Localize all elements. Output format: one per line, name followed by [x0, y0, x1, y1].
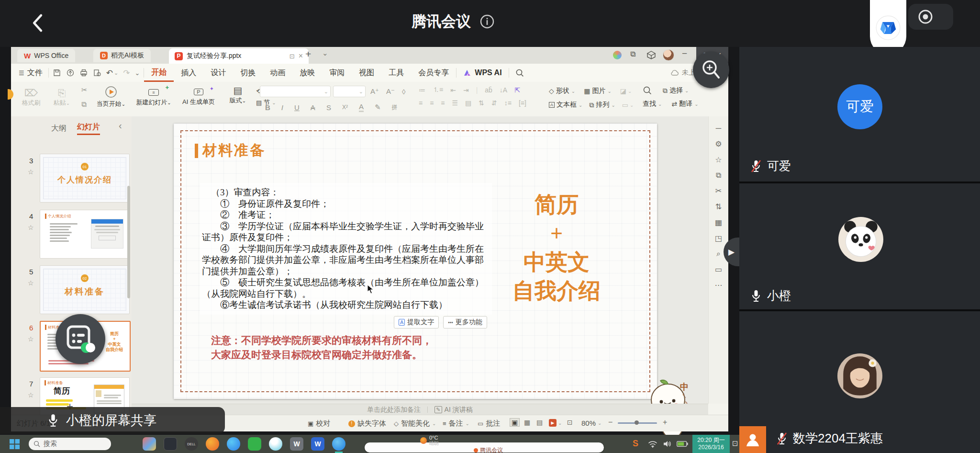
- distribute-icon[interactable]: ▤: [465, 99, 471, 107]
- back-icon[interactable]: [30, 12, 47, 34]
- text-direction-icon[interactable]: ↓A: [500, 86, 507, 94]
- slide-thumbnail-5[interactable]: 02 材料准备: [40, 265, 130, 314]
- proofread-button[interactable]: ▣校对: [308, 419, 330, 428]
- decrease-font-icon[interactable]: A⁻: [386, 87, 395, 96]
- workspace-icon[interactable]: ⧉: [630, 50, 635, 58]
- taskbar-app-qq-icon[interactable]: [269, 437, 282, 451]
- zoom-panel-icon[interactable]: ⌕: [716, 249, 721, 258]
- arrange-button[interactable]: ⧉排列⌄: [589, 101, 615, 109]
- row-spacing-icon[interactable]: ⇅: [479, 99, 484, 107]
- menu-tab-home[interactable]: 开始: [144, 64, 174, 82]
- notification-center-icon[interactable]: ⊡: [732, 439, 738, 448]
- snapshot-icon[interactable]: ◳: [715, 234, 722, 243]
- translate-button[interactable]: ⇄翻译⌄: [671, 100, 698, 108]
- align-left-icon[interactable]: ≡: [419, 99, 423, 107]
- line-spacing-icon[interactable]: ↕≡: [504, 99, 512, 107]
- fill-button[interactable]: ◪⌄: [620, 87, 632, 95]
- tab-device-icon[interactable]: ⊡: [290, 53, 295, 60]
- ai-speech-button[interactable]: ✎ AI 演讲稿: [434, 406, 472, 414]
- menu-tab-tools[interactable]: 工具: [381, 64, 411, 82]
- menu-tab-review[interactable]: 审阅: [322, 64, 352, 82]
- picture-button[interactable]: ▦图片⌄: [584, 87, 612, 95]
- taskbar-datetime[interactable]: 20:20 周一 2026/3/16: [692, 435, 730, 453]
- meeting-zoom-button[interactable]: [693, 52, 729, 88]
- zoom-dropdown-icon[interactable]: ⌄: [598, 420, 601, 426]
- tab-wps-office[interactable]: W WPS Office: [17, 49, 75, 62]
- shapes-button[interactable]: ◇形状⌄: [549, 87, 575, 95]
- tray-battery-icon[interactable]: [677, 441, 688, 447]
- more-tools-icon[interactable]: ⋯: [715, 281, 723, 290]
- info-icon[interactable]: [479, 14, 495, 29]
- menu-tab-insert[interactable]: 插入: [174, 64, 203, 82]
- paste-button[interactable]: ⎘粘贴⌄: [48, 87, 75, 107]
- increase-indent-icon[interactable]: ⇥: [463, 86, 469, 94]
- missing-font-button[interactable]: ! 缺失字体: [348, 419, 386, 428]
- quickbar-dropdown-icon[interactable]: ⌄: [134, 69, 140, 77]
- align-center-icon[interactable]: ≡: [430, 99, 434, 107]
- align-right-icon[interactable]: ≡: [441, 99, 445, 107]
- slide-star-icon[interactable]: ☆: [28, 168, 34, 176]
- print-icon[interactable]: [79, 68, 88, 77]
- taskbar-app-edge-icon[interactable]: [227, 437, 240, 451]
- decrease-indent-icon[interactable]: ⇤: [450, 86, 456, 94]
- col-spacing-icon[interactable]: ⇵: [491, 99, 497, 107]
- taskbar-weather[interactable]: 0°C 晴朗: [420, 435, 439, 446]
- comment-panel-icon[interactable]: ▭: [715, 265, 722, 274]
- undo-dropdown-icon[interactable]: ⌄: [114, 70, 118, 76]
- slide-star-icon[interactable]: ☆: [28, 335, 34, 343]
- format-painter-button[interactable]: ⌦格式刷: [18, 87, 45, 107]
- find-search-icon[interactable]: [643, 86, 652, 95]
- extract-text-button[interactable]: A 提取文字: [394, 316, 439, 328]
- wps-ai-menu[interactable]: WPS AI: [457, 68, 508, 77]
- properties-icon[interactable]: ⚙: [715, 139, 722, 148]
- tray-volume-icon[interactable]: [663, 440, 672, 448]
- windows-start-icon[interactable]: [10, 439, 20, 449]
- view-reading-icon[interactable]: ▤: [536, 419, 543, 426]
- taskbar-search[interactable]: 搜索: [29, 438, 111, 450]
- zoom-out-icon[interactable]: −: [608, 418, 612, 427]
- smart-format-icon[interactable]: ⇱: [514, 86, 520, 94]
- slide-star-icon[interactable]: ☆: [28, 279, 34, 287]
- view-sorter-icon[interactable]: ▦: [524, 419, 530, 426]
- comments-button[interactable]: ▭批注: [478, 419, 500, 428]
- file-menu[interactable]: ☰ 文件: [11, 68, 48, 78]
- user-avatar[interactable]: [663, 49, 674, 61]
- taskbar-app-word-icon[interactable]: W: [290, 437, 303, 451]
- taskbar-app-meeting-icon[interactable]: [332, 437, 345, 451]
- taskbar-app-wechat-icon[interactable]: [248, 437, 261, 451]
- theme-color-icon[interactable]: [613, 51, 622, 59]
- menu-tab-design[interactable]: 设计: [203, 64, 233, 82]
- star-panel-icon[interactable]: ☆: [715, 155, 722, 164]
- notes-button[interactable]: ≡备注⌄: [443, 419, 469, 428]
- taskbar-app-wps-icon[interactable]: W: [311, 437, 324, 451]
- share-control-widget[interactable]: [56, 314, 105, 364]
- tray-sogou-icon[interactable]: S: [633, 439, 638, 449]
- outline-tab[interactable]: 大纲: [51, 124, 67, 134]
- more-features-button[interactable]: ••• 更多功能: [443, 316, 487, 328]
- cube-icon[interactable]: [646, 50, 656, 60]
- bullets-icon[interactable]: ≔: [419, 86, 425, 94]
- justify-icon[interactable]: ☰: [452, 99, 458, 107]
- menu-tab-member[interactable]: 会员专享: [411, 64, 456, 82]
- view-normal-icon[interactable]: ▣: [510, 418, 520, 427]
- zoom-slider-thumb[interactable]: [635, 420, 639, 425]
- superscript-icon[interactable]: X²: [342, 104, 348, 111]
- print-preview-icon[interactable]: [93, 68, 101, 77]
- italic-icon[interactable]: I: [281, 103, 283, 112]
- taskbar-app-dell-icon[interactable]: DELL: [185, 437, 198, 451]
- slideshow-dropdown-icon[interactable]: ⌄: [558, 420, 562, 426]
- export-icon[interactable]: [66, 68, 75, 77]
- participant-tile-2[interactable]: 小橙: [739, 183, 980, 309]
- thumbnail-scrollbar[interactable]: [127, 186, 130, 298]
- taskbar-app-files-icon[interactable]: [143, 437, 156, 451]
- new-slide-button[interactable]: ≡+ 新建幻灯片⌄: [134, 85, 173, 107]
- tab-current-file[interactable]: P 复试经验分享.pptx ⊡ ×: [169, 48, 309, 64]
- slide-body-text[interactable]: （3）审查内容： ① 身份证原件及复印件； ② 准考证； ③ 学历学位证（应届本…: [200, 183, 492, 315]
- menu-tab-view[interactable]: 视图: [352, 64, 381, 82]
- slide-star-icon[interactable]: ☆: [28, 391, 34, 399]
- menu-tab-slideshow[interactable]: 放映: [292, 64, 322, 82]
- minimize-icon[interactable]: −: [682, 48, 687, 59]
- font-size-select[interactable]: ⌄: [333, 86, 366, 97]
- font-color-icon[interactable]: A: [359, 102, 364, 112]
- taskbar-app-monitor-icon[interactable]: [164, 437, 177, 451]
